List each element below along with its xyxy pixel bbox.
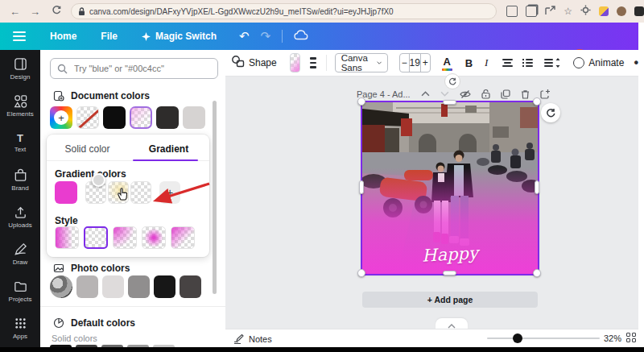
grid-view-icon[interactable]: [626, 333, 636, 342]
photo-swatch[interactable]: [180, 275, 201, 298]
fill-color-swatch[interactable]: [290, 53, 301, 72]
text-icon: T: [17, 133, 23, 144]
sidebar-item-brand[interactable]: Brand: [0, 161, 40, 198]
browser-chrome: ← → canva.com/design/DAFxyYVjpXE/L-GgdXW…: [0, 0, 644, 23]
selection-handle-right[interactable]: [535, 180, 539, 194]
gradient-stop-4[interactable]: [130, 181, 151, 204]
style-selected[interactable]: [84, 226, 108, 249]
add-page-button[interactable]: + Add page: [362, 292, 538, 308]
sidebar-item-projects[interactable]: Projects: [0, 272, 40, 309]
text-color-button[interactable]: A: [442, 56, 452, 71]
nav-file[interactable]: File: [101, 31, 118, 42]
font-size-value[interactable]: 19: [409, 54, 421, 72]
color-panel: Document colors + Solid color Gradient G…: [40, 50, 225, 348]
zoom-level[interactable]: 32%: [604, 333, 621, 343]
selection-handle-top-left[interactable]: [357, 97, 365, 106]
photo-swatch[interactable]: [76, 275, 98, 298]
move-page-down-icon[interactable]: [440, 91, 449, 97]
gradient-stop-1[interactable]: [55, 181, 77, 204]
light-gray-swatch[interactable]: [183, 106, 205, 129]
duplicate-page-icon[interactable]: [501, 89, 510, 99]
font-family-dropdown[interactable]: Canva Sans: [335, 53, 388, 72]
selected-gradient-swatch[interactable]: [130, 106, 152, 129]
solid-colors-label: Solid colors: [52, 333, 97, 343]
menu-hamburger-icon[interactable]: [13, 31, 26, 41]
extension-icon[interactable]: [599, 6, 609, 16]
bookmark-star-icon[interactable]: ☆: [564, 6, 572, 17]
add-color-swatch[interactable]: +: [50, 106, 72, 129]
lock-page-icon[interactable]: [481, 89, 490, 99]
copy-pages-icon[interactable]: [526, 6, 537, 17]
zoom-slider-thumb[interactable]: [513, 333, 522, 343]
italic-button[interactable]: I: [485, 56, 488, 69]
border-style-icon[interactable]: [310, 57, 316, 68]
browser-reload-icon[interactable]: [52, 6, 61, 18]
statusbar-notch[interactable]: [436, 318, 468, 329]
selection-handle-left[interactable]: [359, 180, 364, 194]
add-gradient-color-button[interactable]: +: [159, 181, 180, 204]
page-title[interactable]: Page 4 - Ad...: [357, 89, 411, 99]
sidebar-item-design[interactable]: Design: [0, 50, 40, 87]
sidebar-item-uploads[interactable]: Uploads: [0, 198, 40, 235]
rotate-button[interactable]: [541, 103, 560, 122]
hide-page-icon[interactable]: [460, 89, 471, 99]
color-search-box[interactable]: [50, 58, 218, 79]
selection-handle-top-right[interactable]: [533, 97, 541, 106]
undo-icon[interactable]: ↶: [239, 29, 250, 43]
extensions-puzzle-icon[interactable]: [634, 6, 644, 16]
animate-button[interactable]: Animate: [573, 57, 624, 68]
sidebar-item-apps[interactable]: Apps: [0, 309, 40, 346]
fill-type-tabs: Solid color Gradient: [47, 138, 209, 161]
search-input[interactable]: [72, 63, 196, 74]
redo-icon[interactable]: ↷: [261, 29, 271, 43]
style-diagonal[interactable]: [171, 226, 195, 249]
zoom-slider-track[interactable]: [487, 338, 600, 339]
tab-solid-color[interactable]: Solid color: [47, 138, 128, 160]
document-colors-row: +: [50, 106, 205, 129]
browser-back-icon[interactable]: ←: [10, 6, 20, 18]
bold-button[interactable]: B: [465, 57, 473, 69]
selection-handle-bottom-right[interactable]: [533, 269, 541, 277]
selection-handle-bottom-left[interactable]: [357, 269, 365, 277]
spacing-icon[interactable]: [543, 58, 560, 68]
tab-search-icon[interactable]: [506, 6, 518, 17]
notes-button[interactable]: Notes: [249, 334, 272, 344]
profile-icon[interactable]: [617, 6, 626, 16]
no-color-swatch[interactable]: [76, 106, 99, 129]
nav-magic-switch[interactable]: Magic Switch: [142, 31, 217, 42]
gradient-slider-knob[interactable]: [92, 173, 105, 187]
share-icon[interactable]: [545, 4, 555, 19]
font-size-increase[interactable]: +: [421, 54, 430, 72]
tab-gradient[interactable]: Gradient: [128, 138, 209, 160]
element-rotate-handle[interactable]: [444, 73, 460, 89]
sidebar-item-elements[interactable]: Elements: [0, 87, 40, 124]
selection-handle-top[interactable]: [443, 100, 456, 105]
photo-swatch[interactable]: [128, 275, 150, 298]
dark-gray-swatch[interactable]: [156, 106, 179, 129]
address-bar[interactable]: canva.com/design/DAFxyYVjpXE/L-GgdXWwczU…: [71, 3, 497, 19]
sidebar-item-text[interactable]: T Text: [0, 124, 40, 161]
delete-page-icon[interactable]: [521, 89, 530, 99]
photo-swatch[interactable]: [154, 275, 175, 298]
style-radial[interactable]: [142, 226, 166, 249]
style-linear-left[interactable]: [55, 226, 79, 249]
shape-label[interactable]: Shape: [249, 57, 277, 68]
font-size-decrease[interactable]: −: [400, 54, 409, 72]
alignment-icon[interactable]: [502, 59, 513, 67]
lock-icon: [78, 7, 85, 16]
nav-home[interactable]: Home: [50, 31, 76, 42]
page-canvas[interactable]: Happy: [362, 102, 538, 274]
document-colors-header: Document colors: [53, 90, 150, 101]
photo-swatch[interactable]: [102, 275, 124, 298]
style-corner[interactable]: [113, 226, 137, 249]
list-icon[interactable]: [522, 59, 533, 67]
photo-thumbnail[interactable]: [50, 275, 72, 298]
settings-icon[interactable]: [580, 4, 591, 19]
browser-forward-icon[interactable]: →: [30, 6, 40, 18]
add-page-icon[interactable]: [540, 89, 551, 99]
black-swatch[interactable]: [103, 106, 126, 129]
move-page-up-icon[interactable]: [421, 91, 430, 97]
panel-scrollbar[interactable]: [213, 101, 217, 294]
selection-handle-bottom[interactable]: [443, 271, 456, 275]
sidebar-item-draw[interactable]: Draw: [0, 235, 40, 272]
